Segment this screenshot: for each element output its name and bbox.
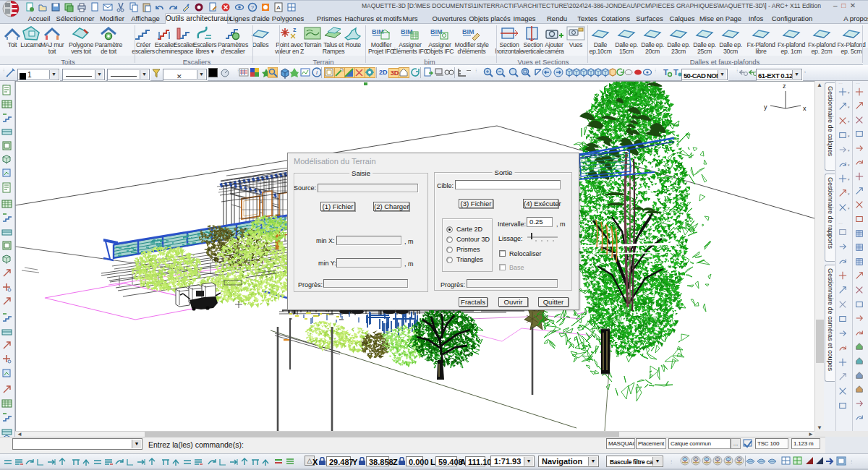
svg-text:i: i: [316, 69, 318, 76]
svg-text:?: ?: [251, 4, 255, 11]
svg-text:y: y: [764, 103, 767, 111]
svg-text:z: z: [783, 82, 786, 90]
svg-text:BIM: BIM: [462, 28, 475, 35]
svg-text:x: x: [803, 105, 807, 112]
svg-text:T: T: [663, 68, 668, 77]
svg-text:A: A: [276, 4, 281, 11]
svg-text:z: z: [293, 26, 297, 33]
svg-text:T: T: [673, 68, 678, 77]
